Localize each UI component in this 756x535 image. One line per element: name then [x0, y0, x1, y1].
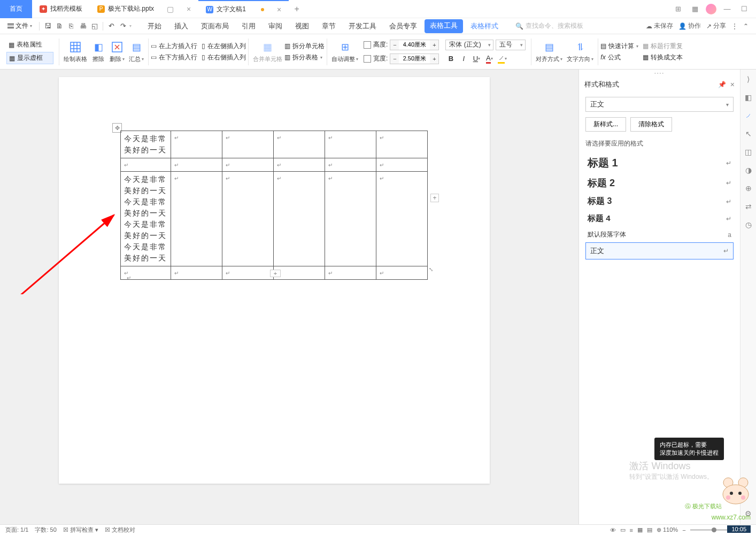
tab-templates[interactable]: ✦ 找稻壳模板 — [32, 0, 90, 18]
side-clock-icon[interactable]: ◷ — [743, 219, 754, 230]
side-convert-icon[interactable]: ⇄ — [743, 201, 754, 212]
add-column-button[interactable]: + — [430, 194, 439, 202]
quick-calc-button[interactable]: ▤快速计算▾ — [600, 42, 638, 51]
coop-button[interactable]: 👤协作 — [678, 21, 701, 30]
text-direction-button[interactable]: ⥮ 文字方向▾ — [565, 39, 596, 64]
current-style-select[interactable]: 正文 — [585, 97, 734, 112]
tab-close-icon[interactable]: × — [187, 5, 191, 13]
collapse-ribbon-icon[interactable]: ⌃ — [743, 22, 749, 30]
clear-format-button[interactable]: 清除格式 — [630, 117, 672, 132]
tab-home[interactable]: 首页 — [0, 0, 32, 18]
page-indicator[interactable]: 页面: 1/1 — [5, 526, 28, 534]
pin-icon[interactable]: 📌 — [718, 81, 726, 88]
tab-member[interactable]: 会员专享 — [384, 19, 422, 33]
height-field[interactable] — [399, 40, 430, 50]
table-props-button[interactable]: ▦表格属性 — [6, 39, 53, 50]
save-as-icon[interactable]: 🗎 — [54, 21, 65, 32]
width-plus[interactable]: + — [430, 54, 438, 64]
unsaved-indicator[interactable]: ☁未保存 — [646, 21, 673, 30]
zoom-label[interactable]: ⊕ 110% — [657, 526, 678, 533]
minimize-button[interactable]: — — [721, 3, 734, 16]
split-cells-button[interactable]: ▥拆分单元格 — [284, 42, 325, 51]
cell-text[interactable]: 今天是非常 美好的一天 今天是非常 美好的一天 今天是非常 美好的一天 今天是非… — [124, 174, 167, 264]
table-resize-handle[interactable]: ⤡ — [429, 265, 434, 271]
cell-text[interactable]: 今天是非常 美好的一天 — [124, 133, 167, 156]
view-outline-icon[interactable]: ≡ — [630, 527, 633, 533]
tab-close-icon[interactable]: × — [277, 5, 281, 14]
eye-icon[interactable]: 👁 — [610, 527, 616, 533]
apps-icon[interactable]: ▦ — [689, 3, 701, 16]
doc-proof[interactable]: ☒ 文档校对 — [105, 526, 135, 534]
page[interactable]: ✥ 今天是非常 美好的一天 ↵ ↵ ↵ ↵ ↵ ↵↵↵↵↵↵ 今天是非常 美好的… — [59, 77, 490, 484]
merge-cells-button[interactable]: ▦ 合并单元格 — [251, 39, 284, 64]
header-repeat-button[interactable]: ▦标题行重复 — [643, 42, 683, 51]
draw-table-button[interactable]: 绘制表格 — [61, 39, 89, 64]
to-text-button[interactable]: ▦转换成文本 — [643, 53, 683, 62]
underline-button[interactable]: U▾ — [471, 54, 482, 64]
export-icon[interactable]: ⎘ — [66, 21, 76, 32]
print-preview-icon[interactable]: ◱ — [89, 21, 100, 32]
zoom-slider[interactable] — [690, 529, 733, 531]
tab-insert[interactable]: 插入 — [169, 19, 194, 33]
command-search[interactable]: 🔍 查找命令、搜索模板 — [515, 21, 583, 30]
maximize-button[interactable]: ☐ — [738, 3, 751, 16]
split-table-button[interactable]: ▥拆分表格▾ — [284, 53, 325, 62]
redo-icon[interactable]: ↷ — [118, 21, 128, 32]
show-frame-button[interactable]: ▦显示虚框 — [6, 52, 53, 64]
tab-devtools[interactable]: 开发工具 — [343, 19, 382, 33]
insert-col-left[interactable]: ▯在左侧插入列 — [202, 42, 246, 51]
document-workspace[interactable]: ✥ 今天是非常 美好的一天 ↵ ↵ ↵ ↵ ↵ ↵↵↵↵↵↵ 今天是非常 美好的… — [0, 70, 578, 524]
width-minus[interactable]: − — [390, 54, 399, 64]
tab-view[interactable]: 视图 — [290, 19, 314, 33]
tab-start[interactable]: 开始 — [142, 19, 167, 33]
side-limit-icon[interactable]: ◑ — [743, 165, 754, 175]
style-heading2[interactable]: 标题 2↵ — [585, 173, 734, 193]
tab-preview-icon[interactable]: ▢ — [167, 5, 174, 13]
tab-review[interactable]: 审阅 — [263, 19, 288, 33]
style-body-selected[interactable]: 正文↵ — [585, 242, 734, 259]
style-heading4[interactable]: 标题 4↵ — [585, 210, 734, 227]
italic-button[interactable]: I — [458, 54, 469, 64]
tab-doc-active[interactable]: W 文字文稿1 × — [198, 0, 289, 18]
height-minus[interactable]: − — [390, 40, 399, 50]
side-toolbox-icon[interactable]: ◧ — [743, 92, 754, 103]
tab-table-tools[interactable]: 表格工具 — [425, 19, 463, 33]
tab-chapter[interactable]: 章节 — [317, 19, 341, 33]
width-field[interactable] — [399, 54, 430, 64]
summary-button[interactable]: ▤ 汇总▾ — [127, 39, 146, 64]
eraser-button[interactable]: ◧ 擦除 — [89, 39, 107, 64]
layout-switch-icon[interactable]: ⊞ — [672, 3, 684, 16]
tab-add-button[interactable]: + — [289, 4, 305, 14]
font-color-button[interactable]: A▾ — [484, 54, 495, 64]
insert-row-below[interactable]: ▭在下方插入行 — [151, 53, 197, 62]
size-select[interactable]: 五号 — [496, 40, 526, 50]
share-button[interactable]: ↗分享 — [706, 21, 726, 30]
style-heading3[interactable]: 标题 3↵ — [585, 193, 734, 210]
side-collapse-icon[interactable]: ⟩ — [743, 74, 754, 85]
insert-col-right[interactable]: ▯在右侧插入列 — [202, 53, 246, 62]
height-stepper[interactable]: − + — [390, 40, 439, 50]
delete-button[interactable]: 删除▾ — [107, 39, 127, 64]
new-style-button[interactable]: 新样式... — [585, 117, 626, 132]
tab-pptx[interactable]: P 极光下载站.pptx ▢ × — [90, 0, 198, 18]
word-count[interactable]: 字数: 50 — [35, 526, 56, 534]
print-icon[interactable]: 🖶 — [78, 21, 88, 32]
style-default-para[interactable]: 默认段落字体a — [585, 227, 734, 242]
side-shapes-icon[interactable]: ◫ — [743, 147, 754, 157]
save-icon[interactable]: 🖫 — [42, 21, 53, 32]
tab-reference[interactable]: 引用 — [236, 19, 261, 33]
style-heading1[interactable]: 标题 1↵ — [585, 152, 734, 173]
view-print-icon[interactable]: ▭ — [620, 526, 626, 533]
formula-button[interactable]: fx公式 — [600, 53, 638, 62]
tab-table-style[interactable]: 表格样式 — [465, 19, 504, 33]
font-select[interactable]: 宋体 (正文) — [445, 40, 493, 50]
close-panel-icon[interactable]: × — [730, 80, 735, 89]
side-select-icon[interactable]: ↖ — [743, 128, 754, 139]
side-style-icon[interactable]: ⟋ — [743, 110, 754, 121]
more-icon[interactable]: ⋮ — [731, 22, 738, 30]
auto-adjust-button[interactable]: ⊞ 自动调整▾ — [329, 39, 360, 64]
width-stepper[interactable]: − + — [390, 54, 439, 64]
bold-button[interactable]: B — [445, 54, 456, 64]
zoom-out[interactable]: − — [682, 527, 685, 533]
view-read-icon[interactable]: ▤ — [647, 526, 652, 533]
